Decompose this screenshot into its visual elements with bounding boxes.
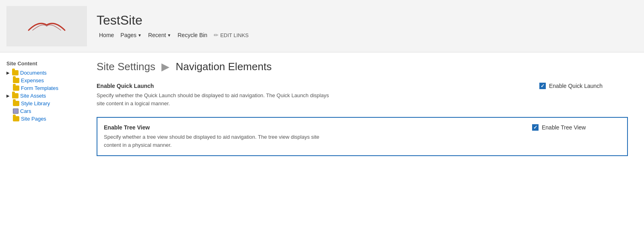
tree-view-desc: Specify whether a tree view should be di… — [104, 133, 337, 149]
tree-view-title: Enable Tree View — [104, 124, 532, 131]
heading-separator: ▶ — [161, 60, 172, 73]
tree-view-left: Enable Tree View Specify whether a tree … — [104, 124, 532, 149]
sidebar-section-title: Site Content — [6, 60, 74, 67]
quick-launch-checkbox[interactable] — [539, 83, 546, 89]
top-nav: Home Pages ▼ Recent ▼ Recycle Bin ✏ EDIT… — [97, 31, 251, 39]
nav-recent[interactable]: Recent ▼ — [146, 31, 173, 39]
sidebar-item-site-assets[interactable]: ▶ Site Assets — [6, 93, 74, 99]
image-icon-cars — [13, 108, 19, 114]
folder-icon-expenses — [13, 78, 19, 83]
sidebar-link-expenses[interactable]: Expenses — [21, 77, 44, 83]
sidebar-item-documents[interactable]: ▶ Documents — [6, 70, 74, 76]
quick-launch-section: Enable Quick Launch Specify whether the … — [97, 83, 628, 107]
sidebar-item-expenses[interactable]: Expenses — [6, 77, 74, 83]
sidebar-link-documents[interactable]: Documents — [20, 70, 47, 76]
top-bar: TestSite Home Pages ▼ Recent ▼ Recycle B… — [0, 0, 644, 52]
sidebar-link-cars[interactable]: Cars — [20, 108, 31, 114]
pencil-icon: ✏ — [214, 32, 219, 38]
settings-panel: Site Settings ▶ Navigation Elements Enab… — [80, 60, 644, 172]
quick-launch-row: Enable Quick Launch Specify whether the … — [97, 83, 628, 107]
recent-dropdown-arrow: ▼ — [167, 33, 171, 38]
heading-part1: Site Settings — [97, 60, 155, 73]
nav-recycle-bin[interactable]: Recycle Bin — [175, 31, 210, 39]
sidebar-link-style-library[interactable]: Style Library — [21, 100, 50, 106]
quick-launch-checkbox-label: Enable Quick Launch — [549, 83, 603, 89]
logo-area — [6, 6, 87, 46]
page-heading: Site Settings ▶ Navigation Elements — [97, 60, 628, 73]
tree-view-checkbox-label: Enable Tree View — [542, 124, 586, 131]
nav-pages[interactable]: Pages ▼ — [118, 31, 144, 39]
sidebar-link-site-pages[interactable]: Site Pages — [21, 116, 46, 122]
sidebar-link-form-templates[interactable]: Form Templates — [21, 85, 58, 91]
site-title-area: TestSite Home Pages ▼ Recent ▼ Recycle B… — [97, 13, 251, 39]
site-title: TestSite — [97, 13, 251, 28]
sidebar: Site Content ▶ Documents Expenses Form T… — [0, 60, 80, 172]
tree-view-right: Enable Tree View — [532, 124, 621, 131]
sidebar-item-form-templates[interactable]: Form Templates — [6, 85, 74, 91]
quick-launch-title: Enable Quick Launch — [97, 83, 539, 89]
folder-icon-site-assets — [12, 93, 19, 98]
sidebar-item-cars[interactable]: Cars — [6, 108, 74, 114]
heading-part2: Navigation Elements — [175, 60, 271, 73]
nav-edit-links[interactable]: ✏ EDIT LINKS — [211, 31, 251, 39]
expand-arrow-documents[interactable]: ▶ — [6, 71, 10, 75]
pages-dropdown-arrow: ▼ — [138, 33, 142, 38]
quick-launch-left: Enable Quick Launch Specify whether the … — [97, 83, 539, 107]
sidebar-link-site-assets[interactable]: Site Assets — [20, 93, 46, 99]
folder-icon-documents — [12, 70, 19, 75]
site-logo — [21, 16, 73, 36]
quick-launch-desc: Specify whether the Quick Launch should … — [97, 92, 330, 107]
tree-view-checkbox[interactable] — [532, 124, 539, 131]
tree-view-section: Enable Tree View Specify whether a tree … — [97, 117, 628, 156]
quick-launch-right: Enable Quick Launch — [539, 83, 628, 89]
expand-arrow-site-assets[interactable]: ▶ — [6, 94, 10, 98]
main-content: Site Content ▶ Documents Expenses Form T… — [0, 52, 644, 172]
sidebar-item-style-library[interactable]: Style Library — [6, 100, 74, 106]
nav-home[interactable]: Home — [97, 31, 116, 39]
sidebar-item-site-pages[interactable]: Site Pages — [6, 116, 74, 122]
folder-icon-site-pages — [13, 116, 19, 121]
folder-icon-style-library — [13, 101, 19, 106]
tree-view-row: Enable Tree View Specify whether a tree … — [104, 124, 621, 149]
folder-icon-form-templates — [13, 86, 19, 91]
